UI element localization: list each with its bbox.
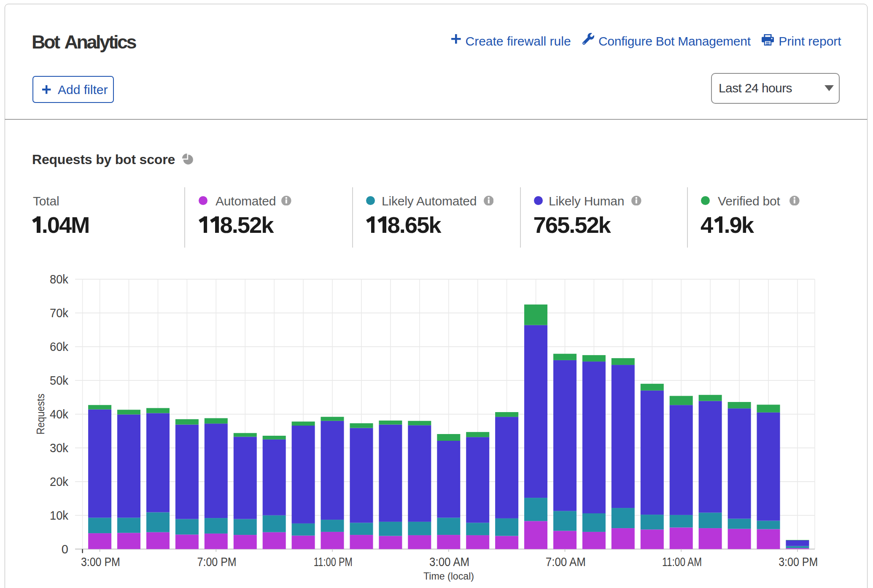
svg-text:Requests: Requests <box>35 394 47 434</box>
svg-text:3:00 PM: 3:00 PM <box>779 555 818 569</box>
svg-text:Time (local): Time (local) <box>423 570 474 582</box>
svg-text:70k: 70k <box>50 306 68 320</box>
svg-text:80k: 80k <box>50 272 68 286</box>
svg-text:7:00 PM: 7:00 PM <box>197 555 237 569</box>
svg-text:0: 0 <box>62 542 68 556</box>
svg-text:40k: 40k <box>50 407 68 421</box>
svg-text:7:00 AM: 7:00 AM <box>546 555 586 569</box>
svg-text:20k: 20k <box>50 475 68 488</box>
svg-text:30k: 30k <box>50 441 68 455</box>
svg-text:60k: 60k <box>50 340 68 353</box>
svg-text:3:00 AM: 3:00 AM <box>429 555 469 569</box>
svg-text:3:00 PM: 3:00 PM <box>81 555 120 569</box>
svg-text:50k: 50k <box>50 374 68 387</box>
svg-text:11:00 AM: 11:00 AM <box>662 555 702 569</box>
svg-text:10k: 10k <box>50 509 68 522</box>
svg-text:11:00 PM: 11:00 PM <box>314 555 353 569</box>
